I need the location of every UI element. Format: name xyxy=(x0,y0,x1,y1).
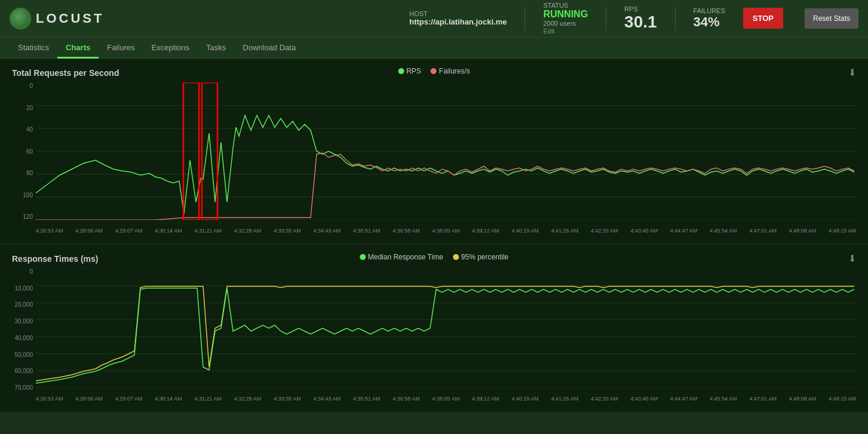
rps-chart-wrapper: 120 100 80 60 40 20 0 xyxy=(12,82,856,238)
nav-statistics[interactable]: Statistics xyxy=(10,38,57,59)
charts-area: Total Requests per Second RPS Failures/s… xyxy=(0,59,868,412)
response-chart-download[interactable]: ⬇ xyxy=(848,253,856,264)
divider2 xyxy=(606,7,606,30)
divider3 xyxy=(675,7,676,30)
status-value: RUNNING xyxy=(543,9,588,20)
failures-group: FAILURES 34% xyxy=(694,7,725,30)
response-legend-median: Median Response Time xyxy=(360,253,443,261)
response-chart-legend: Median Response Time 95% percentile xyxy=(360,253,508,261)
rps-red-line xyxy=(36,153,854,220)
response-legend-p95: 95% percentile xyxy=(453,253,508,261)
nav-download[interactable]: Download Data xyxy=(234,38,304,59)
reset-stats-button[interactable]: Reset Stats xyxy=(805,8,858,29)
nav-charts[interactable]: Charts xyxy=(57,38,99,59)
response-x-axis: 4:26:53 AM 4:28:00 AM 4:29:07 AM 4:30:14… xyxy=(36,391,856,406)
divider xyxy=(525,7,525,30)
rps-chart-download[interactable]: ⬇ xyxy=(848,67,856,78)
response-legend-p95-dot xyxy=(453,254,459,260)
header-stats: HOST https://api.latihan.jocki.me STATUS… xyxy=(409,2,858,35)
status-group: STATUS RUNNING 2000 users Edit xyxy=(543,2,588,35)
rps-legend-rps-dot xyxy=(398,68,404,74)
stop-button[interactable]: STOP xyxy=(743,8,783,29)
rps-chart-legend: RPS Failures/s xyxy=(398,67,470,75)
failures-label: FAILURES xyxy=(694,7,725,14)
rps-legend-rps-label: RPS xyxy=(406,67,421,75)
response-yellow-line xyxy=(36,286,854,381)
nav-bar: Statistics Charts Failures Exceptions Ta… xyxy=(0,37,868,59)
logo-icon xyxy=(10,8,31,29)
rps-x-axis: 4:26:53 AM 4:28:00 AM 4:29:07 AM 4:30:14… xyxy=(36,223,856,238)
nav-exceptions[interactable]: Exceptions xyxy=(143,38,198,59)
logo: LOCUST xyxy=(10,8,104,29)
host-label: HOST xyxy=(409,10,507,17)
rps-chart-container: Total Requests per Second RPS Failures/s… xyxy=(0,59,868,244)
rps-green-line xyxy=(36,115,854,214)
response-legend-median-dot xyxy=(360,254,366,260)
response-chart-svg xyxy=(36,268,856,388)
rps-chart-plot xyxy=(36,82,856,220)
nav-failures[interactable]: Failures xyxy=(99,38,143,59)
rps-group: RPS 30.1 xyxy=(624,5,657,32)
host-group: HOST https://api.latihan.jocki.me xyxy=(409,10,507,26)
response-legend-median-label: Median Response Time xyxy=(368,253,443,261)
users-value: 2000 users xyxy=(543,20,588,27)
rps-legend-failures-dot xyxy=(431,68,437,74)
rps-legend-failures: Failures/s xyxy=(431,67,470,75)
rps-legend-failures-label: Failures/s xyxy=(439,67,470,75)
logo-text: LOCUST xyxy=(36,11,104,26)
host-value: https://api.latihan.jocki.me xyxy=(409,17,507,26)
rps-y-axis: 120 100 80 60 40 20 0 xyxy=(12,82,36,220)
rps-chart-svg xyxy=(36,82,856,220)
nav-tasks[interactable]: Tasks xyxy=(198,38,234,59)
rps-value: 30.1 xyxy=(624,13,657,32)
response-chart-wrapper: 70,000 60,000 50,000 40,000 30,000 20,00… xyxy=(12,268,856,406)
header: LOCUST HOST https://api.latihan.jocki.me… xyxy=(0,0,868,37)
rps-legend-rps: RPS xyxy=(398,67,421,75)
status-label: STATUS xyxy=(543,2,588,9)
response-chart-container: Response Times (ms) Median Response Time… xyxy=(0,244,868,412)
response-chart-plot xyxy=(36,268,856,388)
failures-value: 34% xyxy=(694,14,725,30)
response-y-axis: 70,000 60,000 50,000 40,000 30,000 20,00… xyxy=(12,268,36,391)
edit-link[interactable]: Edit xyxy=(543,27,554,35)
response-legend-p95-label: 95% percentile xyxy=(461,253,508,261)
rps-label: RPS xyxy=(624,5,657,13)
